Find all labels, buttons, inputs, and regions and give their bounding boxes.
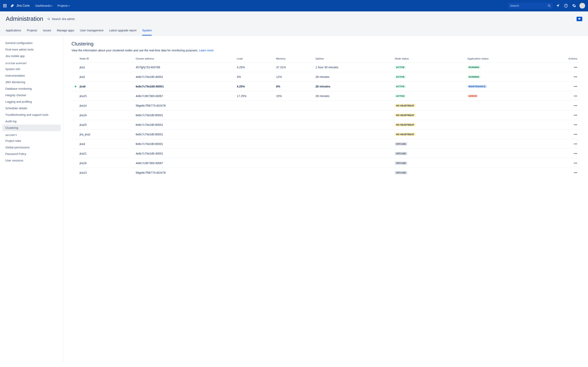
cell-load [235, 149, 275, 158]
cell-memory [274, 149, 314, 158]
cell-node-status: ACTIVE [393, 72, 466, 82]
sidebar-item-instrumentation[interactable]: Instrumentation [2, 72, 61, 79]
app-switcher-icon[interactable] [2, 3, 7, 8]
row-actions-button[interactable]: ••• [574, 152, 577, 155]
settings-icon[interactable] [571, 2, 577, 9]
cell-node-id: jira1 [71, 62, 134, 72]
sidebar-item-database-monitoring[interactable]: Database monitoring [2, 85, 61, 92]
sidebar-item-password-policy[interactable]: Password Policy [2, 151, 61, 157]
sidebar-item-jmx-monitoring[interactable]: JMX Monitoring [2, 79, 61, 85]
status-lozenge: OFFLINE [395, 171, 407, 174]
feedback-icon[interactable] [577, 17, 582, 21]
tab-system[interactable]: System [142, 27, 152, 35]
sidebar-item-jira-mobile-app[interactable]: Jira mobile app [2, 53, 61, 59]
cell-address: 56ge8c7f56770:402478 [134, 168, 235, 177]
cell-app-status [466, 101, 540, 110]
status-lozenge: RUNNING [467, 75, 481, 78]
sidebar-item-system-info[interactable]: System info [2, 66, 61, 72]
search-input[interactable] [510, 4, 548, 7]
row-actions-button[interactable]: ••• [574, 66, 577, 69]
cell-node-status: NO HEARTBEAT [393, 120, 466, 129]
cell-load [235, 139, 275, 149]
svg-rect-7 [579, 19, 579, 19]
sidebar-item-project-roles[interactable]: Project roles [2, 138, 61, 144]
cell-uptime: 28 minutes [314, 72, 393, 82]
row-actions-button[interactable]: ••• [574, 161, 577, 165]
cell-uptime [314, 139, 393, 149]
cell-node-id: jira9 [71, 82, 134, 91]
sidebar-item-clustering[interactable]: Clustering [2, 125, 61, 131]
row-actions-button[interactable]: ••• [574, 123, 577, 126]
profile-avatar[interactable] [579, 2, 586, 9]
sidebar-item-logging-and-profiling[interactable]: Logging and profiling [2, 99, 61, 105]
sidebar-item-find-more-admin-tools[interactable]: Find more admin tools [2, 46, 61, 53]
tab-applications[interactable]: Applications [6, 27, 21, 35]
cell-app-status [466, 158, 540, 168]
notifications-icon[interactable] [554, 2, 561, 9]
table-row: jira_jira26e8c7c70e2d0:80001NO HEARTBEAT… [71, 129, 580, 139]
nav-dashboards[interactable]: Dashboards ▾ [34, 2, 54, 9]
row-actions-button[interactable]: ••• [574, 94, 577, 98]
table-row: jira1457fghj733:4007894.25%37.31%1 hour … [71, 62, 580, 72]
row-actions-button[interactable]: ••• [574, 104, 577, 107]
status-lozenge: ERROR [467, 94, 478, 98]
cell-address: 56ge8c7f56770:402478 [134, 101, 235, 110]
column-header: Application status [466, 55, 540, 62]
cell-address: 6e8c7c70e2d0:80001 [134, 120, 235, 129]
table-row: jira1456ge8c7f56770:402478NO HEARTBEAT••… [71, 101, 580, 110]
sidebar-item-general-configuration[interactable]: General configuration [2, 40, 61, 46]
cell-node-status: NO HEARTBEAT [393, 101, 466, 110]
column-header: Memory [274, 55, 314, 62]
table-row: jira164e8c7c367383:40067OFFLINE••• [71, 158, 580, 168]
row-actions-button[interactable]: ••• [574, 142, 577, 146]
sidebar-item-user-sessions[interactable]: User sessions [2, 157, 61, 164]
row-actions-button[interactable]: ••• [574, 114, 577, 117]
nav-projects[interactable]: Projects ▾ [56, 2, 71, 9]
tab-manage-apps[interactable]: Manage apps [57, 27, 74, 35]
global-search[interactable] [508, 2, 553, 9]
learn-more-link[interactable]: Learn more [199, 49, 214, 52]
content-heading: Clustering [71, 41, 580, 47]
tab-projects[interactable]: Projects [27, 27, 37, 35]
cell-address: 4e8c7c367383:40067 [134, 158, 235, 168]
cell-uptime [314, 168, 393, 177]
sidebar-item-scheduler-details[interactable]: Scheduler details [2, 105, 61, 111]
status-lozenge: NO HEARTBEAT [395, 123, 415, 126]
table-row: jira206e8c7c70e2d0:80001NO HEARTBEAT••• [71, 120, 580, 129]
admin-search[interactable]: Search Jira admin [47, 17, 75, 21]
cell-uptime: 1 hour 30 minutes [314, 62, 393, 72]
cell-node-status: OFFLINE [393, 158, 466, 168]
cell-memory: 15% [274, 91, 314, 101]
cell-uptime [314, 158, 393, 168]
cell-load: 4.25% [235, 62, 275, 72]
sidebar-item-audit-log[interactable]: Audit log [2, 118, 61, 125]
tab-latest-upgrade-report[interactable]: Latest upgrade report [109, 27, 137, 35]
cell-app-status: RUNNING [466, 72, 540, 82]
search-icon [47, 17, 50, 20]
help-icon[interactable] [563, 2, 569, 9]
row-actions-button[interactable]: ••• [574, 133, 577, 136]
table-row: jira1356ge8c7f56770:402478OFFLINE••• [71, 168, 580, 177]
column-header: Uptime [314, 55, 393, 62]
cell-node-status: NO HEARTBEAT [393, 110, 466, 120]
cell-node-id: jira19 [71, 110, 134, 120]
row-actions-button[interactable]: ••• [574, 85, 577, 88]
cell-load [235, 168, 275, 177]
row-actions-button[interactable]: ••• [574, 171, 577, 174]
status-lozenge: ACTIVE [395, 75, 406, 78]
sidebar-item-integrity-checker[interactable]: Integrity checker [2, 92, 61, 99]
page-header: Administration Search Jira admin Applica… [0, 11, 588, 36]
cell-address: 6e8c7c70e2d0:80001 [134, 82, 235, 91]
tab-user-management[interactable]: User management [80, 27, 103, 35]
sidebar-item-global-permissions[interactable]: Global permissions [2, 144, 61, 151]
tab-issues[interactable]: Issues [43, 27, 51, 35]
table-row: jira96e8c7c70e2d0:800014.25%8%28 minutes… [71, 82, 580, 91]
svg-line-1 [550, 6, 550, 7]
cell-node-id: jira2 [71, 72, 134, 82]
cell-node-status: OFFLINE [393, 168, 466, 177]
sidebar-heading: SYSTEM SUPPORT [2, 59, 61, 66]
brand[interactable]: Jira Core [10, 3, 30, 8]
cell-load: 17.25% [235, 91, 275, 101]
sidebar-item-troubleshooting-and-support-tools[interactable]: Troubleshooting and support tools [2, 111, 61, 118]
row-actions-button[interactable]: ••• [574, 75, 577, 78]
